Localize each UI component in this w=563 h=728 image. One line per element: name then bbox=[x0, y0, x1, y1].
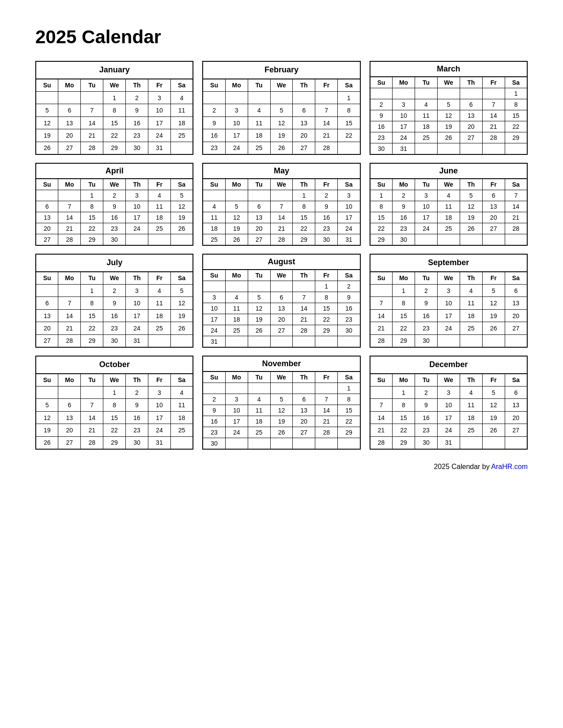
day-header-fr: Fr bbox=[315, 179, 338, 190]
calendar-day-5: 5 bbox=[170, 285, 193, 297]
calendar-week-row: 13141516171819 bbox=[36, 212, 193, 223]
calendar-day-5: 5 bbox=[482, 387, 505, 399]
day-header-su: Su bbox=[370, 374, 393, 387]
calendar-day-15: 15 bbox=[81, 309, 103, 322]
calendar-week-row: 21222324252627 bbox=[370, 322, 527, 334]
calendar-day-13: 13 bbox=[293, 116, 315, 129]
day-header-tu: Tu bbox=[415, 179, 437, 190]
calendar-day-9: 9 bbox=[103, 297, 126, 309]
calendar-day-10: 10 bbox=[415, 201, 437, 212]
calendar-week-row: 16171819202122 bbox=[203, 416, 360, 427]
day-header-mo: Mo bbox=[393, 272, 415, 285]
calendar-day-22: 22 bbox=[338, 416, 360, 427]
calendar-day-26: 26 bbox=[270, 142, 293, 154]
calendar-day-30: 30 bbox=[315, 234, 338, 246]
calendar-day-25: 25 bbox=[248, 142, 270, 154]
calendar-day-10: 10 bbox=[338, 201, 360, 212]
calendar-day-empty bbox=[81, 387, 103, 399]
calendar-day-empty bbox=[393, 88, 415, 99]
calendar-day-23: 23 bbox=[415, 424, 437, 436]
calendar-day-empty bbox=[225, 383, 248, 394]
month-name-may: May bbox=[203, 163, 360, 179]
calendar-day-7: 7 bbox=[81, 104, 103, 116]
calendar-week-row: 9101112131415 bbox=[370, 110, 527, 121]
calendar-day-22: 22 bbox=[393, 322, 415, 334]
calendar-day-8: 8 bbox=[315, 292, 338, 303]
calendar-day-empty bbox=[225, 190, 248, 201]
calendar-day-4: 4 bbox=[225, 292, 248, 303]
day-header-we: We bbox=[103, 179, 126, 190]
day-header-sa: Sa bbox=[505, 179, 527, 190]
calendar-day-20: 20 bbox=[460, 121, 482, 132]
day-header-mo: Mo bbox=[225, 270, 248, 281]
calendar-week-row: 78910111213 bbox=[370, 297, 527, 309]
calendar-day-18: 18 bbox=[248, 129, 270, 142]
calendar-day-7: 7 bbox=[370, 297, 393, 309]
day-header-sa: Sa bbox=[505, 77, 527, 88]
month-name-april: April bbox=[36, 163, 193, 179]
calendar-day-30: 30 bbox=[126, 142, 148, 154]
calendar-day-12: 12 bbox=[482, 399, 505, 411]
calendar-day-24: 24 bbox=[126, 322, 148, 334]
calendar-day-12: 12 bbox=[225, 212, 248, 223]
calendar-day-empty bbox=[170, 234, 193, 246]
calendar-day-empty bbox=[225, 92, 248, 104]
calendar-day-23: 23 bbox=[338, 314, 360, 325]
calendar-day-31: 31 bbox=[338, 234, 360, 246]
calendar-day-17: 17 bbox=[393, 121, 415, 132]
calendar-day-19: 19 bbox=[270, 416, 293, 427]
calendar-day-13: 13 bbox=[248, 212, 270, 223]
calendar-day-27: 27 bbox=[482, 223, 505, 234]
calendar-day-2: 2 bbox=[315, 190, 338, 201]
calendar-day-30: 30 bbox=[103, 234, 126, 246]
calendar-day-27: 27 bbox=[248, 234, 270, 246]
calendar-day-26: 26 bbox=[482, 322, 505, 334]
calendar-day-19: 19 bbox=[460, 212, 482, 223]
month-name-november: November bbox=[203, 356, 360, 372]
calendar-week-row: 10111213141516 bbox=[203, 303, 360, 314]
calendar-day-6: 6 bbox=[58, 399, 81, 411]
calendar-day-8: 8 bbox=[370, 201, 393, 212]
calendar-day-28: 28 bbox=[315, 427, 338, 438]
calendar-day-18: 18 bbox=[460, 411, 482, 424]
day-header-tu: Tu bbox=[248, 270, 270, 281]
calendar-week-row: 567891011 bbox=[36, 104, 193, 116]
calendar-day-3: 3 bbox=[338, 190, 360, 201]
calendar-day-10: 10 bbox=[148, 399, 170, 411]
day-header-tu: Tu bbox=[415, 272, 437, 285]
footer-link[interactable]: AraHR.com bbox=[491, 463, 528, 470]
day-header-th: Th bbox=[126, 272, 148, 285]
day-header-we: We bbox=[437, 374, 460, 387]
calendar-day-empty bbox=[225, 336, 248, 348]
calendar-day-5: 5 bbox=[36, 399, 58, 411]
calendar-day-15: 15 bbox=[293, 212, 315, 223]
day-header-su: Su bbox=[370, 179, 393, 190]
calendar-day-2: 2 bbox=[126, 92, 148, 104]
day-header-tu: Tu bbox=[415, 77, 437, 88]
day-header-su: Su bbox=[36, 374, 58, 387]
calendar-day-empty bbox=[270, 383, 293, 394]
day-header-su: Su bbox=[36, 79, 58, 92]
calendar-day-8: 8 bbox=[338, 104, 360, 116]
calendar-day-empty bbox=[58, 387, 81, 399]
calendar-day-25: 25 bbox=[148, 322, 170, 334]
calendar-day-15: 15 bbox=[338, 116, 360, 129]
calendar-day-9: 9 bbox=[415, 399, 437, 411]
calendar-day-7: 7 bbox=[482, 99, 505, 110]
calendar-day-4: 4 bbox=[248, 394, 270, 405]
calendar-day-21: 21 bbox=[315, 129, 338, 142]
calendar-day-8: 8 bbox=[103, 104, 126, 116]
calendar-day-empty bbox=[437, 234, 460, 246]
calendar-day-19: 19 bbox=[36, 129, 58, 142]
calendar-day-20: 20 bbox=[505, 309, 527, 322]
calendar-day-4: 4 bbox=[460, 285, 482, 297]
calendar-day-empty bbox=[58, 285, 81, 297]
calendar-day-26: 26 bbox=[170, 322, 193, 334]
day-header-fr: Fr bbox=[482, 272, 505, 285]
calendar-day-11: 11 bbox=[203, 212, 225, 223]
calendar-day-20: 20 bbox=[505, 411, 527, 424]
calendar-day-2: 2 bbox=[393, 190, 415, 201]
calendar-day-3: 3 bbox=[225, 394, 248, 405]
day-header-mo: Mo bbox=[393, 77, 415, 88]
calendar-day-23: 23 bbox=[103, 223, 126, 234]
